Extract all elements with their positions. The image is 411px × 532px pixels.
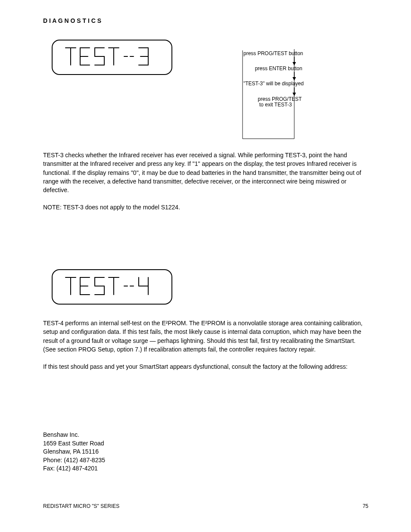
footer-left: REDISTART MICRO "S" SERIES bbox=[43, 503, 119, 509]
lcd-display-test3 bbox=[52, 40, 172, 75]
test4-paragraph-1: TEST-4 performs an internal self-test on… bbox=[43, 319, 368, 354]
test4-paragraph-2: If this test should pass and yet your Sm… bbox=[43, 362, 368, 371]
flow-box: press PROG/TEST button press ENTER butto… bbox=[243, 51, 373, 108]
lcd-display-test4 bbox=[52, 269, 172, 305]
test3-note: NOTE: TEST-3 does not apply to the model… bbox=[43, 203, 368, 212]
contact-address: Benshaw Inc. 1659 East Sutter Road Glens… bbox=[43, 431, 105, 473]
test4-description-block: TEST-4 performs an internal self-test on… bbox=[43, 319, 368, 380]
lcd-text-test3 bbox=[63, 44, 162, 70]
city-state-zip: Glenshaw, PA 15116 bbox=[43, 448, 105, 456]
phone: Phone: (412) 487-8235 bbox=[43, 456, 105, 465]
section-header: D I A G N O S T I C S bbox=[43, 17, 101, 24]
street-address: 1659 East Sutter Road bbox=[43, 439, 105, 448]
lcd-text-test4 bbox=[63, 274, 162, 300]
flow-bracket-icon bbox=[241, 49, 297, 140]
test3-description-block: TEST-3 checks whether the Infrared recei… bbox=[43, 151, 368, 221]
test3-paragraph: TEST-3 checks whether the Infrared recei… bbox=[43, 151, 368, 194]
fax: Fax: (412) 487-4201 bbox=[43, 464, 105, 473]
page-footer: REDISTART MICRO "S" SERIES 75 bbox=[43, 503, 368, 509]
footer-right: 75 bbox=[363, 503, 368, 509]
company-name: Benshaw Inc. bbox=[43, 431, 105, 439]
